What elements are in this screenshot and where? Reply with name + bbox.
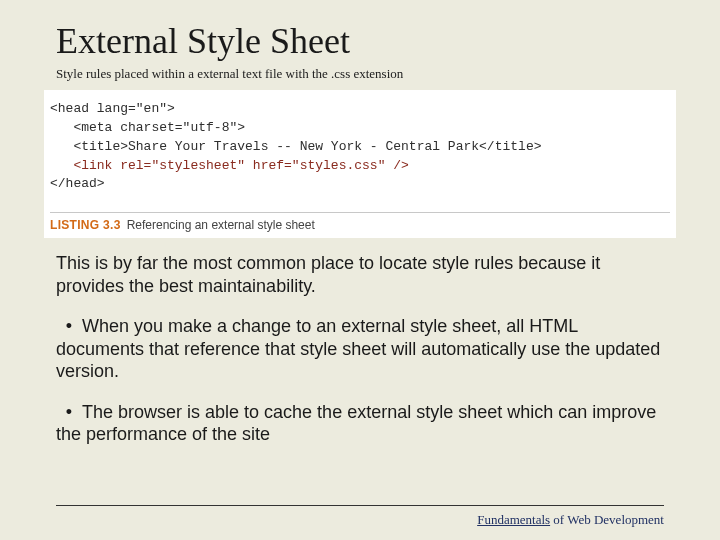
code-block: <head lang="en"> <meta charset="utf-8"> … xyxy=(50,100,670,194)
listing-number: LISTING 3.3 xyxy=(50,218,121,232)
page-subtitle: Style rules placed within a external tex… xyxy=(56,66,664,82)
code-line-1: <head lang="en"> xyxy=(50,101,175,116)
footer-word-rest: of Web Development xyxy=(550,512,664,527)
bullet-icon: • xyxy=(56,315,82,338)
code-line-5: </head> xyxy=(50,176,105,191)
code-line-2: <meta charset="utf-8"> xyxy=(50,120,245,135)
intro-paragraph: This is by far the most common place to … xyxy=(56,252,664,297)
footer: Fundamentals of Web Development xyxy=(56,505,664,528)
code-line-3: <title>Share Your Travels -- New York - … xyxy=(50,139,541,154)
listing-bar: LISTING 3.3Referencing an external style… xyxy=(50,212,670,232)
bullet-text: When you make a change to an external st… xyxy=(56,316,660,381)
listing-caption: Referencing an external style sheet xyxy=(127,218,315,232)
list-item: •When you make a change to an external s… xyxy=(56,315,664,383)
code-panel: <head lang="en"> <meta charset="utf-8"> … xyxy=(44,90,676,238)
list-item: •The browser is able to cache the extern… xyxy=(56,401,664,446)
footer-text: Fundamentals of Web Development xyxy=(56,512,664,528)
page-title: External Style Sheet xyxy=(56,20,664,62)
bullet-text: The browser is able to cache the externa… xyxy=(56,402,656,445)
footer-divider xyxy=(56,505,664,506)
footer-word-underline: Fundamentals xyxy=(477,512,550,527)
bullet-icon: • xyxy=(56,401,82,424)
bullet-list: •When you make a change to an external s… xyxy=(56,315,664,446)
code-line-4: <link rel="stylesheet" href="styles.css"… xyxy=(50,158,409,173)
